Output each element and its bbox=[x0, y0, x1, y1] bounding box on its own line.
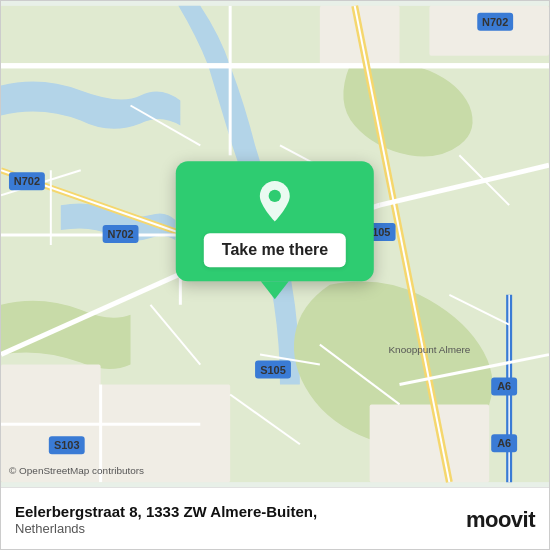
bottom-bar: Eelerbergstraat 8, 1333 ZW Almere-Buiten… bbox=[1, 487, 549, 549]
country-line: Netherlands bbox=[15, 521, 317, 536]
address-line: Eelerbergstraat 8, 1333 ZW Almere-Buiten… bbox=[15, 503, 317, 520]
moovit-text: moovit bbox=[466, 507, 535, 533]
popup-card: Take me there bbox=[176, 161, 374, 281]
svg-rect-3 bbox=[370, 404, 490, 482]
app-container: N702 N702 N702 S105 S105 S103 A6 A6 Knoo… bbox=[0, 0, 550, 550]
svg-text:S103: S103 bbox=[54, 439, 80, 451]
svg-text:N702: N702 bbox=[482, 16, 508, 28]
popup-overlay: Take me there bbox=[176, 161, 374, 299]
svg-text:A6: A6 bbox=[497, 380, 511, 392]
svg-text:S105: S105 bbox=[260, 364, 286, 376]
moovit-logo: moovit bbox=[466, 507, 535, 533]
location-pin-icon bbox=[253, 179, 297, 223]
popup-triangle bbox=[261, 281, 289, 299]
svg-text:Knooppunt Almere: Knooppunt Almere bbox=[388, 344, 470, 355]
svg-text:© OpenStreetMap contributors: © OpenStreetMap contributors bbox=[9, 465, 144, 476]
svg-text:A6: A6 bbox=[497, 437, 511, 449]
address-block: Eelerbergstraat 8, 1333 ZW Almere-Buiten… bbox=[15, 503, 317, 536]
svg-text:N702: N702 bbox=[107, 228, 133, 240]
svg-point-52 bbox=[269, 190, 281, 202]
map-area: N702 N702 N702 S105 S105 S103 A6 A6 Knoo… bbox=[1, 1, 549, 487]
svg-text:N702: N702 bbox=[14, 175, 40, 187]
take-me-there-button[interactable]: Take me there bbox=[204, 233, 346, 267]
